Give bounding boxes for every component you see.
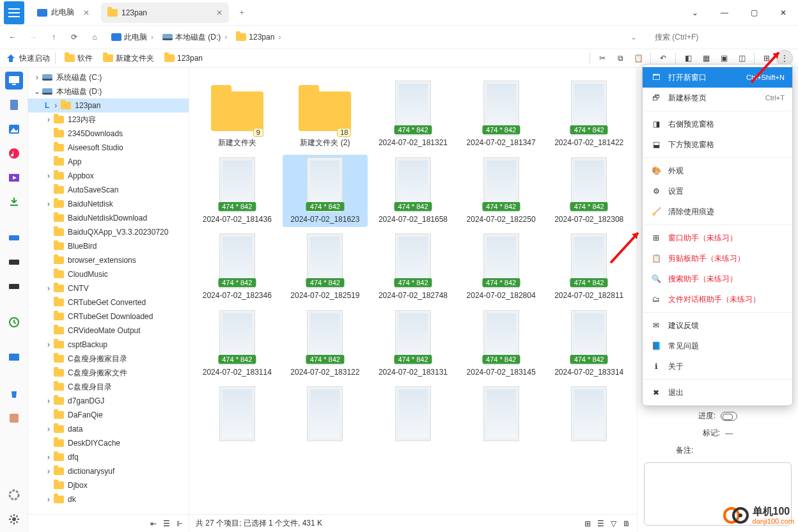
tree-node[interactable]: ⌄本地磁盘 (D:) (28, 84, 189, 98)
progress-pill-icon[interactable] (721, 412, 737, 421)
tree-node[interactable]: Aiseesoft Studio (28, 141, 189, 155)
activity-desktop-icon[interactable] (5, 72, 23, 90)
file-item[interactable]: 474 * 8422024-07-02_182519 (283, 231, 368, 304)
menu-item[interactable]: ⬓下方预览窗格 (643, 134, 792, 155)
quicklink-software[interactable]: 软件 (61, 51, 97, 66)
file-item[interactable]: 474 * 8422024-07-02_183131 (370, 308, 456, 380)
menu-item[interactable]: ✖退出 (643, 382, 792, 403)
more-menu[interactable]: 🗔打开新窗口Ctrl+Shift+N🗗新建标签页Ctrl+T◨右侧预览窗格⬓下方… (642, 64, 793, 406)
nav-forward-button[interactable]: → (24, 28, 42, 46)
menu-item[interactable]: 📋剪贴板助手（未练习） (643, 248, 792, 269)
details-icon[interactable]: 🗎 (623, 519, 630, 528)
quicklink-123pan[interactable]: 123pan (160, 51, 207, 66)
nav-home-button[interactable]: ⌂ (86, 28, 104, 46)
window-close-button[interactable]: ✕ (769, 0, 798, 26)
file-view[interactable]: 9新建文件夹18新建文件夹 (2)474 * 8422024-07-02_181… (189, 68, 637, 514)
tree-node[interactable]: ›dictionarysyuf (28, 464, 189, 478)
tree-node[interactable]: C盘瘦身搬家目录 (28, 352, 189, 366)
window-maximize-button[interactable]: ▢ (739, 0, 769, 26)
search-input[interactable] (650, 29, 790, 45)
activity-drive-d-icon[interactable] (5, 253, 23, 271)
tree-node[interactable]: browser_extensions (28, 253, 189, 267)
tree-node[interactable]: DeskDIYCache (28, 436, 189, 450)
filter-icon[interactable]: ▽ (611, 519, 616, 528)
activity-picture-icon[interactable] (5, 120, 23, 138)
crumb-123pan[interactable]: 123pan› (233, 31, 285, 43)
tab-new-button[interactable]: ＋ (234, 5, 249, 20)
menu-item[interactable]: 🗗新建标签页Ctrl+T (643, 88, 792, 108)
nav-refresh-button[interactable]: ⟳ (65, 28, 83, 46)
tree-node[interactable]: ›系统磁盘 (C:) (28, 70, 189, 84)
activity-drive-e-icon[interactable] (5, 278, 23, 295)
menu-item[interactable]: ⚙设置 (643, 181, 792, 201)
file-item[interactable]: 474 * 8422024-07-02_181623 (283, 155, 368, 228)
tab-123pan[interactable]: 123pan ✕ (101, 3, 229, 23)
activity-drive-c-icon[interactable] (5, 229, 23, 247)
tree-collapse-icon[interactable]: ⇤ (150, 519, 157, 528)
file-item[interactable]: 474 * 8422024-07-02_182346 (194, 231, 280, 304)
copy-button[interactable]: ⧉ (612, 50, 629, 66)
file-item[interactable]: 474 * 8422024-07-02_182811 (546, 231, 632, 304)
file-item[interactable]: 474 * 8422024-07-02_183314 (546, 308, 632, 380)
tree-node[interactable]: ›123内容 (28, 113, 189, 127)
activity-color-icon[interactable] (5, 486, 23, 504)
tree-node[interactable]: ›Appbox (28, 169, 189, 183)
file-item[interactable]: 474 * 8422024-07-02_182748 (370, 231, 456, 304)
tree-node[interactable]: BaiduNetdiskDownload (28, 211, 189, 225)
menu-item[interactable]: 🔍搜索助手（未练习） (643, 269, 792, 289)
tree-node[interactable]: CRTubeGet Downloaded (28, 309, 189, 324)
tree-node[interactable]: DaFanQie (28, 408, 189, 422)
quicklink-newfolder[interactable]: 新建文件夹 (99, 51, 158, 66)
tree-node[interactable]: 2345Downloads (28, 127, 189, 141)
file-item[interactable] (283, 384, 368, 446)
menu-item[interactable]: ◨右侧预览窗格 (643, 114, 792, 134)
tree-node[interactable]: ›csptBackup (28, 338, 189, 352)
folder-item[interactable]: 18新建文件夹 (2) (283, 78, 368, 151)
tree-node[interactable]: App (28, 155, 189, 169)
activity-misc-icon[interactable] (5, 409, 23, 427)
file-item[interactable]: 474 * 8422024-07-02_182804 (458, 231, 544, 304)
folder-tree[interactable]: ›系统磁盘 (C:)⌄本地磁盘 (D:)L›123pan›123内容2345Do… (28, 68, 189, 532)
tree-node[interactable]: Djbox (28, 478, 189, 492)
tree-node[interactable]: ›dfq (28, 450, 189, 464)
tree-list-icon[interactable]: ☰ (163, 519, 170, 528)
file-item[interactable]: 474 * 8422024-07-02_181321 (370, 78, 456, 151)
tree-node[interactable]: CloudMusic (28, 267, 189, 281)
tree-node[interactable]: AutoSaveScan (28, 183, 189, 197)
activity-video-icon[interactable] (5, 169, 23, 187)
crumb-drive-d[interactable]: 本地磁盘 (D:)› (160, 31, 231, 44)
activity-history-icon[interactable] (5, 313, 23, 331)
menu-item[interactable]: 🎨外观 (643, 160, 792, 181)
view-large-icons-icon[interactable]: ⊞ (584, 519, 591, 528)
window-dropdown-icon[interactable]: ⌄ (680, 0, 710, 26)
file-item[interactable] (458, 384, 544, 446)
tree-node[interactable]: ›BaiduNetdisk (28, 197, 189, 211)
activity-download-icon[interactable] (5, 193, 23, 211)
menu-item[interactable]: ℹ关于 (643, 356, 792, 377)
close-icon[interactable]: ✕ (216, 8, 223, 17)
view-list-icon[interactable]: ☰ (597, 519, 604, 528)
activity-recycle-icon[interactable] (5, 385, 23, 403)
crumb-this-pc[interactable]: 此电脑› (109, 31, 157, 44)
tree-expand-icon[interactable]: ⊩ (176, 519, 183, 528)
nav-up-button[interactable]: ↑ (45, 28, 63, 46)
file-item[interactable]: 474 * 8422024-07-02_182250 (458, 155, 544, 228)
file-item[interactable]: 474 * 8422024-07-02_182308 (546, 155, 632, 228)
menu-item[interactable]: ✉建议反馈 (643, 315, 792, 336)
window-minimize-button[interactable]: — (710, 0, 739, 26)
menu-item[interactable]: 🧹清除使用痕迹 (643, 201, 792, 222)
menu-item[interactable]: 🗔打开新窗口Ctrl+Shift+N (643, 67, 792, 88)
tree-node[interactable]: C盘瘦身目录 (28, 380, 189, 394)
file-item[interactable]: 474 * 8422024-07-02_183114 (194, 308, 280, 380)
file-item[interactable]: 474 * 8422024-07-02_181347 (458, 78, 544, 151)
breadcrumb-dropdown-icon[interactable]: ⌄ (630, 33, 637, 42)
tree-node[interactable]: CRVideoMate Output (28, 324, 189, 338)
tree-node[interactable]: ›dk (28, 492, 189, 506)
tree-node[interactable]: BaiduQXApp_V3.3.20230720 (28, 225, 189, 239)
tab-this-pc[interactable]: 此电脑 ✕ (31, 3, 96, 23)
file-item[interactable] (546, 384, 632, 446)
activity-document-icon[interactable] (5, 96, 23, 114)
close-icon[interactable]: ✕ (83, 8, 90, 17)
file-item[interactable]: 474 * 8422024-07-02_181422 (546, 78, 632, 151)
menu-item[interactable]: ⊞窗口助手（未练习） (643, 228, 792, 248)
